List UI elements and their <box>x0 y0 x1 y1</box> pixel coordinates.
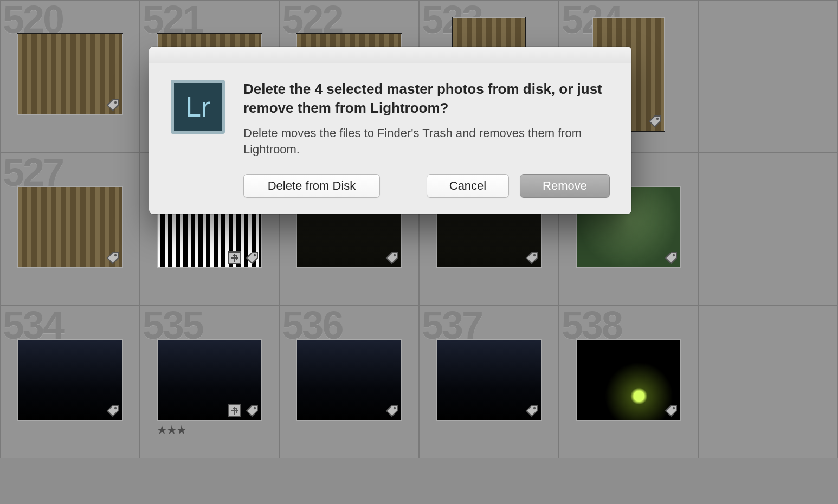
thumbnail-cell[interactable]: 538 <box>559 306 699 458</box>
thumbnail-cell[interactable] <box>698 306 838 458</box>
dialog-titlebar <box>149 47 631 63</box>
thumbnail-cell[interactable] <box>698 0 838 153</box>
thumbnail-image[interactable] <box>157 339 263 421</box>
keyword-badge-icon <box>105 98 120 113</box>
dialog-button-row: Delete from Disk Cancel Remove <box>149 174 631 214</box>
keyword-badge-icon <box>384 250 399 266</box>
keyword-badge-icon <box>524 403 539 418</box>
thumbnail-image[interactable] <box>296 339 402 421</box>
thumbnail-cell[interactable] <box>698 153 838 306</box>
keyword-badge-icon <box>663 403 679 418</box>
keyword-badge-icon <box>244 250 260 266</box>
delete-dialog: Lr Delete the 4 selected master photos f… <box>149 47 631 214</box>
dialog-message: Delete the 4 selected master photos from… <box>243 80 610 158</box>
thumbnail-image[interactable] <box>576 339 682 421</box>
thumbnail-cell[interactable]: 535★★★ <box>140 306 280 458</box>
app-icon-letter: r <box>201 91 210 123</box>
thumbnail-cell[interactable]: 527 <box>0 153 140 306</box>
edit-badge-icon <box>227 403 242 418</box>
dialog-heading: Delete the 4 selected master photos from… <box>243 80 610 118</box>
thumbnail-cell[interactable]: 534 <box>0 306 140 458</box>
thumbnail-cell[interactable]: 520 <box>0 0 140 153</box>
keyword-badge-icon <box>663 250 679 266</box>
edit-badge-icon <box>227 250 242 266</box>
dialog-body: Lr Delete the 4 selected master photos f… <box>149 63 631 174</box>
thumbnail-image[interactable] <box>436 339 542 421</box>
thumbnail-cell[interactable]: 537 <box>419 306 559 458</box>
dialog-description: Delete moves the files to Finder's Trash… <box>243 125 610 157</box>
keyword-badge-icon <box>244 403 260 418</box>
thumbnail-cell[interactable]: 536 <box>279 306 419 458</box>
thumbnail-image[interactable] <box>17 33 123 115</box>
star-rating[interactable]: ★★★ <box>157 423 186 437</box>
lightroom-app-icon: Lr <box>171 80 225 134</box>
app-icon-letter: L <box>185 91 201 123</box>
keyword-badge-icon <box>105 250 120 266</box>
thumbnail-image[interactable] <box>17 339 123 421</box>
thumbnail-image[interactable] <box>17 186 123 268</box>
keyword-badge-icon <box>524 250 539 266</box>
keyword-badge-icon <box>647 114 662 129</box>
keyword-badge-icon <box>384 403 399 418</box>
delete-from-disk-button[interactable]: Delete from Disk <box>243 174 380 198</box>
cancel-button[interactable]: Cancel <box>427 174 509 198</box>
remove-button[interactable]: Remove <box>520 174 610 198</box>
keyword-badge-icon <box>105 403 120 418</box>
